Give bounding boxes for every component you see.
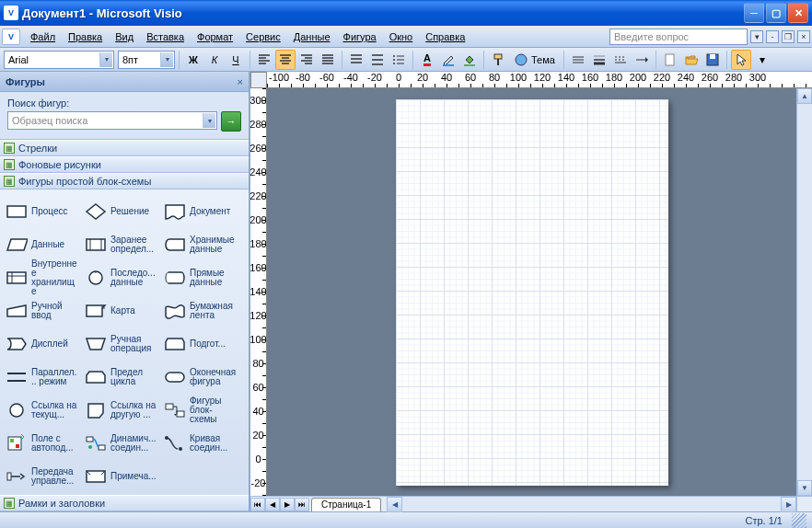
theme-button[interactable]: Тема	[509, 50, 560, 70]
align-left-button[interactable]	[254, 50, 274, 70]
shape-search-input[interactable]: Образец поиска▾	[7, 111, 217, 130]
bullets-button[interactable]	[389, 50, 409, 70]
shape-stencil[interactable]: Последо... данные	[81, 261, 160, 294]
category-frames[interactable]: ▦Рамки и заголовки	[0, 495, 249, 511]
shape-stencil[interactable]: Решение	[81, 195, 160, 228]
mdi-restore[interactable]: ❐	[782, 30, 795, 43]
font-color-button[interactable]: A	[417, 50, 437, 70]
line-ends-button[interactable]	[632, 50, 652, 70]
shape-stencil[interactable]: Ссылка на текущ...	[2, 394, 81, 427]
menu-view[interactable]: Вид	[109, 29, 140, 45]
tab-last-button[interactable]: ⏭	[295, 498, 309, 511]
shape-stencil[interactable]: Примеча...	[81, 460, 160, 493]
align-justify-button[interactable]	[318, 50, 338, 70]
resize-grip[interactable]	[792, 513, 806, 528]
category-flowchart[interactable]: ▦Фигуры простой блок-схемы	[0, 173, 249, 189]
underline-button[interactable]: Ч	[226, 50, 246, 70]
distribute-v-button[interactable]	[367, 50, 388, 70]
shape-stencil[interactable]: Передача управле...	[2, 460, 81, 493]
format-painter-button[interactable]	[488, 50, 508, 70]
line-weight-button[interactable]	[589, 50, 609, 70]
line-style-button[interactable]	[568, 50, 588, 70]
bold-button[interactable]: Ж	[183, 50, 203, 70]
shape-stencil[interactable]: Карта	[81, 294, 160, 327]
mdi-close[interactable]: ×	[797, 30, 810, 43]
pointer-tool-button[interactable]	[731, 50, 751, 70]
shape-stencil[interactable]: Хранимые данные	[160, 228, 239, 261]
align-right-button[interactable]	[296, 50, 317, 70]
shape-stencil[interactable]: Параллел... режим	[2, 361, 81, 394]
ask-dropdown[interactable]: ▾	[750, 30, 763, 43]
italic-button[interactable]: К	[204, 50, 225, 70]
shape-stencil[interactable]: Процесс	[2, 195, 81, 228]
shape-stencil[interactable]: Дисплей	[2, 327, 81, 361]
shape-stencil[interactable]: Предел цикла	[81, 361, 160, 394]
shape-stencil[interactable]: Оконечная фигура	[160, 361, 239, 394]
shape-stencil[interactable]: Ссылка на другую ...	[81, 394, 160, 427]
shapes-grid: ПроцессРешениеДокументДанныеЗаранее опре…	[0, 189, 249, 495]
shape-stencil[interactable]: Динамич... соедин...	[81, 427, 160, 460]
minimize-button[interactable]: ─	[744, 3, 764, 23]
shape-stencil[interactable]: Заранее определ...	[81, 228, 160, 261]
font-name-combo[interactable]: Arial▾	[4, 51, 114, 69]
panel-close-button[interactable]: ×	[238, 76, 243, 87]
shape-stencil[interactable]: Прямые данные	[160, 261, 239, 294]
shape-stencil[interactable]: Ручная операция	[81, 327, 160, 361]
shape-stencil[interactable]: Бумажная лента	[160, 294, 239, 327]
scroll-up-button[interactable]: ▲	[797, 88, 812, 104]
shape-stencil[interactable]: Ручной ввод	[2, 294, 81, 327]
shape-stencil[interactable]: Подгот...	[160, 327, 239, 361]
save-button[interactable]	[702, 50, 723, 70]
page-tab[interactable]: Страница-1	[311, 498, 381, 511]
drawing-canvas[interactable]	[267, 88, 796, 496]
align-center-button[interactable]	[275, 50, 296, 70]
font-size-combo[interactable]: 8пт▾	[118, 51, 175, 69]
menu-service[interactable]: Сервис	[239, 29, 287, 45]
page[interactable]	[396, 99, 668, 486]
distribute-h-button[interactable]	[346, 50, 366, 70]
scroll-left-button[interactable]: ◀	[387, 497, 402, 512]
shape-label: Ссылка на текущ...	[31, 401, 78, 419]
vertical-scrollbar[interactable]: ▲ ▼	[796, 88, 812, 496]
maximize-button[interactable]: ▢	[766, 3, 786, 23]
tab-next-button[interactable]: ▶	[280, 498, 295, 511]
menu-data[interactable]: Данные	[287, 29, 337, 45]
menu-file[interactable]: Файл	[24, 29, 62, 45]
system-menu-icon[interactable]: V	[2, 29, 20, 45]
shape-stencil[interactable]: Документ	[160, 195, 239, 228]
menu-shape[interactable]: Фигура	[337, 29, 383, 45]
category-icon: ▦	[4, 176, 15, 187]
line-color-button[interactable]	[438, 50, 458, 70]
close-button[interactable]: ✕	[788, 3, 808, 23]
mdi-minimize[interactable]: -	[766, 30, 779, 43]
shape-stencil[interactable]: Фигуры блок-схемы	[160, 394, 239, 427]
menu-edit[interactable]: Правка	[62, 29, 109, 45]
open-button[interactable]	[681, 50, 702, 70]
shape-label: Процесс	[31, 207, 68, 216]
shape-stencil[interactable]: Внутреннее хранилище	[2, 261, 81, 294]
category-arrows[interactable]: ▦Стрелки	[0, 140, 249, 156]
new-button[interactable]	[660, 50, 680, 70]
ask-question-box[interactable]: Введите вопрос	[609, 29, 748, 45]
line-pattern-button[interactable]	[610, 50, 631, 70]
shape-stencil[interactable]: Данные	[2, 228, 81, 261]
shape-stencil[interactable]: Поле с автопод...	[2, 427, 81, 460]
shape-label: Данные	[31, 240, 64, 249]
shape-label: Ссылка на другую ...	[110, 401, 157, 419]
shape-stencil[interactable]: Кривая соедин...	[160, 427, 239, 460]
scroll-track[interactable]	[797, 104, 812, 480]
scroll-right-button[interactable]: ▶	[781, 497, 796, 512]
category-backgrounds[interactable]: ▦Фоновые рисунки	[0, 156, 249, 173]
menu-insert[interactable]: Вставка	[140, 29, 191, 45]
menu-window[interactable]: Окно	[383, 29, 420, 45]
scroll-track[interactable]	[402, 497, 781, 511]
horizontal-scrollbar[interactable]: ◀ ▶	[387, 497, 796, 511]
more-tools-button[interactable]: ▾	[752, 50, 772, 70]
tab-first-button[interactable]: ⏮	[250, 498, 265, 511]
search-go-button[interactable]: →	[221, 111, 241, 132]
tab-prev-button[interactable]: ◀	[265, 498, 280, 511]
menu-help[interactable]: Справка	[419, 29, 471, 45]
fill-color-button[interactable]	[459, 50, 480, 70]
scroll-down-button[interactable]: ▼	[797, 480, 812, 496]
menu-format[interactable]: Формат	[191, 29, 239, 45]
